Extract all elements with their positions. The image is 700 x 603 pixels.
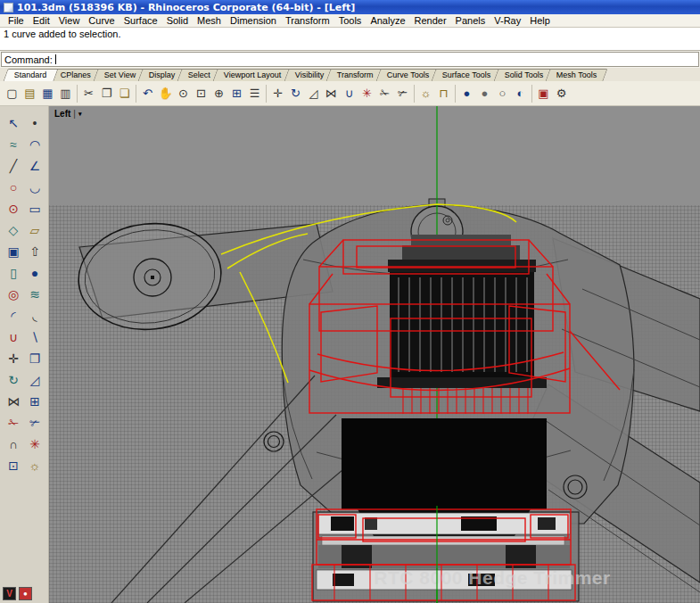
menu-item-analyze[interactable]: Analyze bbox=[366, 15, 409, 26]
ghosted-sphere-icon[interactable]: ○ bbox=[494, 85, 511, 102]
rotate-icon[interactable]: ↻ bbox=[287, 85, 304, 102]
menu-item-mesh[interactable]: Mesh bbox=[193, 15, 226, 26]
viewport-left[interactable]: RTC 8000 Hedge Trimmer Left | ▾ bbox=[49, 106, 700, 603]
tool-array[interactable]: ⊞ bbox=[24, 391, 45, 412]
menu-item-view[interactable]: View bbox=[54, 15, 85, 26]
command-prompt-row: Command: bbox=[0, 51, 700, 68]
tab-mesh-tools[interactable]: Mesh Tools bbox=[545, 69, 607, 81]
tool-explode[interactable]: ✳ bbox=[24, 434, 45, 455]
tool-pipe[interactable]: ◎ bbox=[3, 284, 24, 305]
rhino-application-window: 101.3dm (518396 KB) - Rhinoceros Corpora… bbox=[0, 0, 700, 603]
tool-rectangle[interactable]: ▭ bbox=[24, 198, 45, 219]
command-input[interactable]: Command: bbox=[1, 52, 699, 67]
tool-visibility[interactable]: ☼ bbox=[24, 455, 45, 476]
print-icon[interactable]: ▥ bbox=[57, 85, 74, 102]
split-icon[interactable]: ✃ bbox=[394, 85, 411, 102]
menu-item-vray[interactable]: V-Ray bbox=[490, 15, 525, 26]
record-dock-icon[interactable]: ● bbox=[19, 587, 32, 600]
tab-viewport-layout[interactable]: Viewport Layout bbox=[213, 69, 292, 81]
tool-sphere[interactable]: ● bbox=[24, 262, 45, 284]
tool-point[interactable]: • bbox=[24, 112, 45, 134]
tab-surface-tools[interactable]: Surface Tools bbox=[432, 69, 502, 81]
tool-chamfer[interactable]: ◟ bbox=[24, 305, 45, 326]
tool-cylinder[interactable]: ▯ bbox=[3, 262, 24, 284]
menu-item-help[interactable]: Help bbox=[525, 15, 555, 26]
tab-standard[interactable]: Standard bbox=[3, 69, 58, 81]
move-icon[interactable]: ✛ bbox=[269, 85, 286, 102]
tool-mirror[interactable]: ⋈ bbox=[3, 391, 24, 412]
viewport-layout-icon[interactable]: ⊞ bbox=[228, 85, 245, 102]
tool-trim[interactable]: ✁ bbox=[3, 412, 24, 434]
pan-hand-icon[interactable]: ✋ bbox=[157, 85, 174, 102]
tool-copy[interactable]: ❐ bbox=[24, 348, 45, 369]
tool-plane[interactable]: ▱ bbox=[24, 219, 45, 241]
window-title: 101.3dm (518396 KB) - Rhinoceros Corpora… bbox=[17, 2, 355, 13]
vray-dock-icon[interactable]: V bbox=[3, 587, 16, 600]
named-views-icon[interactable]: ☰ bbox=[246, 85, 263, 102]
cut-icon[interactable]: ✂ bbox=[80, 85, 97, 102]
tab-label: Display bbox=[149, 70, 176, 81]
options-gear-icon[interactable]: ⚙ bbox=[553, 85, 570, 102]
viewport-title-separator: | bbox=[73, 109, 76, 119]
menu-item-panels[interactable]: Panels bbox=[451, 15, 490, 26]
tab-label: Viewport Layout bbox=[224, 70, 281, 81]
vray-render-icon[interactable]: ▣ bbox=[535, 85, 552, 102]
zoom-window-icon[interactable]: ⊡ bbox=[193, 85, 210, 102]
tool-line[interactable]: ╱ bbox=[3, 155, 24, 177]
toolbar-separator bbox=[414, 85, 415, 103]
menu-item-render[interactable]: Render bbox=[410, 15, 451, 26]
open-folder-icon[interactable]: ▤ bbox=[21, 85, 38, 102]
viewport-title[interactable]: Left | ▾ bbox=[52, 108, 84, 120]
tool-polyline[interactable]: ∠ bbox=[24, 155, 45, 177]
menu-bar: File Edit View Curve Surface Solid Mesh … bbox=[0, 14, 700, 28]
menu-item-tools[interactable]: Tools bbox=[334, 15, 366, 26]
tool-arc[interactable]: ◡ bbox=[24, 177, 45, 198]
tool-fillet[interactable]: ◜ bbox=[3, 305, 24, 326]
tool-ellipse[interactable]: ⊙ bbox=[3, 198, 24, 219]
tool-select-pointer[interactable]: ↖ bbox=[3, 112, 24, 134]
render-sphere-icon[interactable]: ● bbox=[458, 85, 475, 102]
tool-move[interactable]: ✛ bbox=[3, 348, 24, 369]
zoom-dynamic-icon[interactable]: ⊙ bbox=[175, 85, 192, 102]
menu-item-curve[interactable]: Curve bbox=[84, 15, 119, 26]
lock-icon[interactable]: ⊓ bbox=[435, 85, 452, 102]
undo-icon[interactable]: ↶ bbox=[139, 85, 156, 102]
menu-item-file[interactable]: File bbox=[4, 15, 29, 26]
tool-loft[interactable]: ≋ bbox=[24, 284, 45, 305]
tool-split[interactable]: ✃ bbox=[24, 412, 45, 434]
trim-icon[interactable]: ✁ bbox=[376, 85, 393, 102]
join-icon[interactable]: ∪ bbox=[341, 85, 358, 102]
tool-boolean-difference[interactable]: ∖ bbox=[24, 326, 45, 348]
mirror-icon[interactable]: ⋈ bbox=[323, 85, 340, 102]
save-icon[interactable]: ▦ bbox=[39, 85, 56, 102]
tool-boolean-union[interactable]: ∪ bbox=[3, 326, 24, 348]
tool-extrude[interactable]: ⇧ bbox=[24, 241, 45, 262]
paste-icon[interactable]: ❏ bbox=[116, 85, 133, 102]
menu-item-solid[interactable]: Solid bbox=[162, 15, 193, 26]
bottom-dock: V ● bbox=[3, 587, 32, 600]
tool-zoom-window[interactable]: ⊡ bbox=[3, 455, 24, 476]
copy-icon[interactable]: ❐ bbox=[98, 85, 115, 102]
lamp-icon[interactable]: ☼ bbox=[417, 85, 434, 102]
command-history: 1 curve added to selection. bbox=[0, 28, 700, 51]
scale-icon[interactable]: ◿ bbox=[305, 85, 322, 102]
tool-polygon[interactable]: ◇ bbox=[3, 219, 24, 241]
explode-icon[interactable]: ✳ bbox=[358, 85, 375, 102]
tool-box[interactable]: ▣ bbox=[3, 241, 24, 262]
tool-curve[interactable]: ≈ bbox=[3, 134, 24, 155]
menu-item-transform[interactable]: Transform bbox=[281, 15, 334, 26]
menu-item-dimension[interactable]: Dimension bbox=[226, 15, 281, 26]
tool-join[interactable]: ∩ bbox=[3, 434, 24, 455]
toolbar-tab-bar: Standard CPlanes Set View Display Select… bbox=[0, 68, 700, 81]
viewport-dropdown-icon[interactable]: ▾ bbox=[78, 111, 82, 118]
xray-sphere-icon[interactable]: ◐ bbox=[512, 85, 529, 102]
menu-item-surface[interactable]: Surface bbox=[119, 15, 162, 26]
tool-scale[interactable]: ◿ bbox=[24, 369, 45, 391]
new-file-icon[interactable]: ▢ bbox=[4, 85, 21, 102]
tool-rotate[interactable]: ↻ bbox=[3, 369, 24, 391]
shaded-sphere-icon[interactable]: ● bbox=[476, 85, 493, 102]
zoom-extents-icon[interactable]: ⊕ bbox=[210, 85, 227, 102]
menu-item-edit[interactable]: Edit bbox=[29, 15, 54, 26]
tool-circle[interactable]: ○ bbox=[3, 177, 24, 198]
tool-interpolate-curve[interactable]: ◠ bbox=[24, 134, 45, 155]
